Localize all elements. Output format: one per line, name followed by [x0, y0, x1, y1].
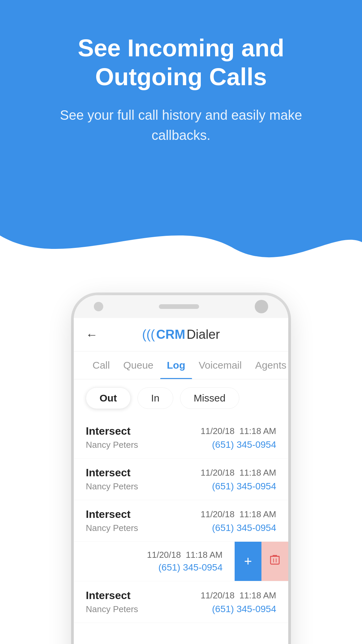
logo-wave-icon: ((( [142, 327, 155, 342]
filter-out[interactable]: Out [86, 387, 131, 409]
call-item: Intersect 11/20/18 11:18 AM Nancy Peters… [74, 417, 288, 459]
call-datetime: 11/20/18 11:18 AM [200, 509, 276, 520]
tab-agents[interactable]: Agents [248, 352, 288, 379]
call-company: Intersect [86, 589, 130, 602]
hero-title: See Incoming and Outgoing Calls [0, 34, 362, 92]
swipe-delete-button[interactable] [261, 542, 288, 581]
back-button[interactable]: ← [86, 328, 98, 342]
hero-wave [0, 209, 362, 276]
call-phone[interactable]: (651) 345-0954 [212, 523, 276, 533]
call-person: Nancy Peters [86, 440, 138, 450]
phone-dot-left [94, 302, 103, 311]
tab-voicemail[interactable]: Voicemail [192, 352, 248, 379]
app-header: ← ((( CRM Dialer [74, 318, 288, 352]
call-company: Intersect [86, 508, 130, 521]
call-item: Intersect 11/20/18 11:18 AM Nancy Peters… [74, 459, 288, 500]
phone-speaker [159, 304, 199, 309]
hero-subtitle: See your full call history and easily ma… [0, 105, 362, 145]
call-phone[interactable]: (651) 345-0954 [212, 604, 276, 614]
phone-section: ← ((( CRM Dialer Call Queue Log Voicemai… [0, 275, 362, 644]
filter-missed[interactable]: Missed [180, 387, 239, 409]
swipe-content: 11/20/18 11:18 AM (651) 345-0954 [74, 542, 235, 581]
phone-camera [255, 300, 268, 313]
call-person: Nancy Peters [86, 481, 138, 492]
logo-crm-text: CRM [156, 327, 185, 342]
call-phone[interactable]: (651) 345-0954 [212, 481, 276, 492]
tab-log[interactable]: Log [160, 352, 192, 379]
call-datetime: 11/20/18 11:18 AM [200, 426, 276, 436]
swipe-datetime: 11/20/18 11:18 AM [147, 550, 223, 560]
call-company: Intersect [86, 467, 130, 479]
tab-call[interactable]: Call [86, 352, 117, 379]
hero-section: See Incoming and Outgoing Calls See your… [0, 0, 362, 275]
app-logo: ((( CRM Dialer [142, 327, 220, 342]
call-phone[interactable]: (651) 345-0954 [212, 439, 276, 450]
trash-icon [269, 554, 280, 569]
swipe-actions: + [235, 542, 288, 581]
swipe-add-button[interactable]: + [235, 542, 261, 581]
logo-dialer-text: Dialer [187, 327, 220, 342]
phone-top-bar [74, 295, 288, 318]
call-item: Intersect 11/20/18 11:18 AM Nancy Peters… [74, 500, 288, 542]
call-company: Intersect [86, 425, 130, 437]
call-datetime: 11/20/18 11:18 AM [200, 468, 276, 478]
svg-rect-0 [270, 556, 279, 564]
call-item-swipe: 11/20/18 11:18 AM (651) 345-0954 + [74, 542, 288, 581]
call-person: Nancy Peters [86, 523, 138, 533]
swipe-phone[interactable]: (651) 345-0954 [159, 562, 223, 573]
plus-icon: + [244, 554, 252, 569]
phone-content: ← ((( CRM Dialer Call Queue Log Voicemai… [74, 318, 288, 644]
phone-frame: ← ((( CRM Dialer Call Queue Log Voicemai… [74, 295, 288, 644]
call-item: Intersect 11/20/18 11:18 AM Nancy Peters… [74, 581, 288, 623]
nav-tabs: Call Queue Log Voicemail Agents Conta... [74, 352, 288, 379]
call-person: Nancy Peters [86, 604, 138, 614]
filter-in[interactable]: In [137, 387, 173, 409]
list-spacer [74, 623, 288, 644]
filter-row: Out In Missed [74, 379, 288, 417]
call-list: Intersect 11/20/18 11:18 AM Nancy Peters… [74, 417, 288, 644]
tab-queue[interactable]: Queue [117, 352, 160, 379]
call-datetime: 11/20/18 11:18 AM [200, 590, 276, 601]
